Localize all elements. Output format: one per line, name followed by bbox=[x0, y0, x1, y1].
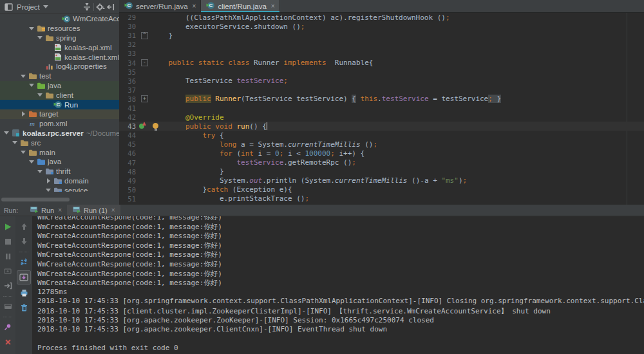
chevron-down-icon[interactable] bbox=[19, 151, 27, 154]
tree-item-label: koalas-api.xml bbox=[64, 44, 112, 51]
settings-gear-icon[interactable] bbox=[95, 2, 106, 12]
print-icon[interactable] bbox=[17, 286, 30, 299]
pause-icon bbox=[1, 250, 14, 263]
tree-item-main[interactable]: main bbox=[0, 147, 119, 157]
tree-item-resources[interactable]: resources bbox=[0, 24, 119, 33]
tree-item-koalas-api-xml[interactable]: koalas-api.xml bbox=[0, 42, 119, 52]
code-token bbox=[151, 59, 169, 67]
chevron-down-icon[interactable] bbox=[36, 36, 44, 39]
chevron-down-icon[interactable] bbox=[28, 160, 35, 163]
chevron-down-icon[interactable] bbox=[3, 131, 10, 135]
chevron-down-icon[interactable] bbox=[36, 93, 44, 97]
tree-item-java[interactable]: java bbox=[0, 81, 119, 91]
chevron-down-icon[interactable] bbox=[43, 5, 48, 8]
text-caret bbox=[267, 122, 268, 130]
scroll-end-icon[interactable] bbox=[17, 270, 31, 284]
tree-item-java[interactable]: java bbox=[0, 157, 119, 167]
chevron-down-icon[interactable] bbox=[36, 170, 44, 173]
chevron-right-icon[interactable] bbox=[44, 178, 52, 183]
tree-item-domain[interactable]: domain bbox=[0, 176, 119, 186]
run-method-gutter-icon[interactable] bbox=[139, 124, 144, 129]
code-token: testService bbox=[382, 95, 429, 103]
code-area[interactable]: 29 ((ClassPathXmlApplicationContext) ac)… bbox=[119, 13, 644, 205]
tree-item-src[interactable]: src bbox=[0, 138, 119, 147]
locate-icon[interactable] bbox=[82, 2, 92, 12]
close-tab-icon[interactable]: × bbox=[271, 3, 275, 10]
exit-icon[interactable] bbox=[1, 279, 14, 292]
folder-test-icon bbox=[35, 82, 46, 89]
code-line-44: 44 try { bbox=[119, 131, 644, 140]
code-line-47: 47 testService.getRemoteRpc (); bbox=[119, 158, 644, 167]
run-tool-window-header: Run: Run×Run (1)× bbox=[0, 205, 644, 216]
code-token: } bbox=[493, 95, 501, 103]
chevron-down-icon[interactable] bbox=[11, 141, 19, 144]
run-toolbar-secondary bbox=[15, 216, 32, 354]
tree-item-log4j-properties[interactable]: log4j.properties bbox=[0, 62, 119, 71]
rerun-icon[interactable] bbox=[1, 220, 14, 233]
line-number: 36 bbox=[119, 77, 138, 85]
console-line: WmCreateAccountRespone(code:1, message:你… bbox=[37, 222, 644, 232]
fold-marker-icon[interactable]: + bbox=[141, 95, 148, 102]
toolbar-separator bbox=[93, 3, 94, 11]
tree-item-label: service bbox=[64, 187, 88, 192]
code-token bbox=[356, 95, 361, 103]
pin-icon[interactable] bbox=[1, 321, 14, 333]
tree-item-test[interactable]: test bbox=[0, 71, 119, 81]
clear-icon[interactable] bbox=[17, 301, 30, 314]
close-icon[interactable] bbox=[1, 335, 14, 348]
folder-package-icon bbox=[52, 177, 63, 185]
chevron-down-icon[interactable] bbox=[28, 27, 35, 30]
chevron-down-icon[interactable] bbox=[19, 75, 27, 78]
tree-item-koalas-rpc-server[interactable]: koalas.rpc.server~/Documents/kc bbox=[0, 129, 119, 138]
line-number: 49 bbox=[119, 177, 138, 185]
code-token: testService bbox=[236, 77, 283, 85]
console-line: 2018-10-10 17:45:33 [org.apache.zookeepe… bbox=[37, 325, 644, 335]
code-token bbox=[151, 131, 202, 140]
console-line: WmCreateAccountRespone(code:1, message:你… bbox=[37, 241, 644, 250]
close-tab-icon[interactable]: × bbox=[111, 207, 115, 214]
chevron-down-icon[interactable] bbox=[44, 189, 52, 192]
editor-tab-client-run-java[interactable]: Cclient/Run.java× bbox=[201, 0, 279, 12]
tree-item-spring[interactable]: spring bbox=[0, 33, 119, 43]
tree-item-service[interactable]: service bbox=[0, 185, 119, 192]
fold-marker-icon[interactable]: - bbox=[141, 59, 148, 66]
run-console-output[interactable]: WmCreateAccountRespone(code:1, message:你… bbox=[32, 216, 644, 354]
chevron-down-icon[interactable] bbox=[28, 84, 35, 87]
run-tab-run-1-[interactable]: Run (1)× bbox=[67, 205, 120, 216]
close-tab-icon[interactable]: × bbox=[193, 3, 196, 10]
tree-item-thrift[interactable]: thrift bbox=[0, 167, 119, 176]
console-icon[interactable] bbox=[1, 300, 14, 313]
tree-item-koalas-client-xml[interactable]: koalas-client.xml bbox=[0, 52, 119, 62]
code-line-37: 37 bbox=[119, 86, 644, 95]
run-tab-label: Run bbox=[41, 207, 54, 214]
tree-item-run[interactable]: CRun bbox=[0, 100, 119, 109]
fold-marker-icon[interactable]: ^ bbox=[141, 32, 148, 39]
tree-item-label: spring bbox=[56, 34, 76, 42]
tree-item-client[interactable]: client bbox=[0, 90, 119, 100]
code-token: implements bbox=[283, 59, 326, 67]
chevron-right-icon[interactable] bbox=[19, 111, 27, 116]
line-number: 34 bbox=[119, 59, 138, 67]
hide-panel-icon[interactable] bbox=[106, 2, 116, 12]
horizontal-scrollbar[interactable] bbox=[1, 198, 70, 201]
project-panel: Project CWmCreateAccouresourcesspringkoa… bbox=[0, 0, 120, 205]
run-tab-run[interactable]: Run× bbox=[24, 205, 67, 216]
tree-item-pom-xml[interactable]: mpom.xml bbox=[0, 119, 119, 129]
console-run-icon bbox=[30, 206, 39, 215]
soft-wrap-icon[interactable] bbox=[17, 256, 30, 268]
code-token: ; bbox=[463, 176, 468, 185]
tree-item-wmcreateaccou[interactable]: CWmCreateAccou bbox=[0, 14, 119, 24]
close-tab-icon[interactable]: × bbox=[58, 207, 62, 214]
class-run-icon: C bbox=[205, 1, 215, 11]
folder-package-icon bbox=[44, 167, 55, 175]
code-token bbox=[151, 158, 236, 167]
code-token: () { bbox=[249, 122, 267, 131]
tree-item-path: ~/Documents/kc bbox=[86, 129, 119, 137]
project-panel-title: Project bbox=[17, 3, 40, 11]
code-token: (Exception e){ bbox=[228, 185, 292, 194]
code-token: out bbox=[249, 176, 262, 185]
run-panel-label: Run: bbox=[0, 207, 24, 214]
code-line-45: 45 long a = System.currentTimeMillis (); bbox=[119, 140, 644, 149]
tree-item-target[interactable]: target bbox=[0, 109, 119, 119]
editor-tab-server-run-java[interactable]: Cserver/Run.java× bbox=[119, 0, 201, 12]
